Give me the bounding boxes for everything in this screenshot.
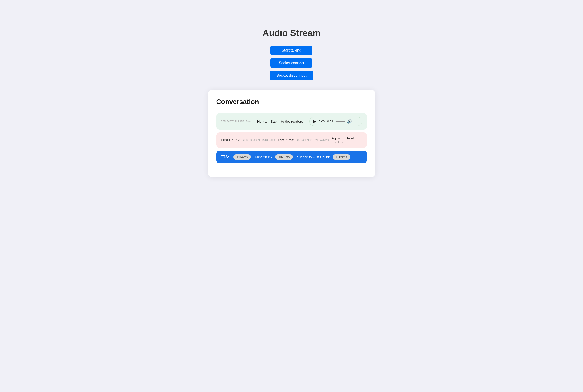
agent-row-inner: First Chunk: 403.63383293151855ms Total … xyxy=(221,136,362,144)
volume-button[interactable]: 🔊 xyxy=(347,119,352,124)
first-chunk-label: First Chunk: xyxy=(221,138,241,142)
action-buttons: Start talking Socket connect Socket disc… xyxy=(270,46,313,80)
socket-connect-button[interactable]: Socket connect xyxy=(270,58,312,68)
audio-player: ▶ 0:00 / 0:01 🔊 ⋮ xyxy=(309,117,362,126)
total-time-label: Total time: xyxy=(278,138,294,142)
human-timestamp: 565.7477378845215ms xyxy=(221,120,254,123)
socket-disconnect-button[interactable]: Socket disconnect xyxy=(270,71,313,80)
tts-first-chunk-label: First Chunk: xyxy=(255,155,273,159)
page-title: Audio Stream xyxy=(262,28,321,38)
total-time-value: 455.49893379211426ms xyxy=(297,138,329,142)
tts-row: TTS: 1164ms First Chunk: 1023ms Silence … xyxy=(216,150,367,163)
conversation-card: Conversation 565.7477378845215ms Human: … xyxy=(208,90,375,177)
first-chunk-value: 403.63383293151855ms xyxy=(243,138,275,142)
tts-first-chunk-section: First Chunk: 1023ms xyxy=(255,154,293,160)
tts-row-inner: TTS: 1164ms First Chunk: 1023ms Silence … xyxy=(221,154,362,160)
tts-label: TTS: xyxy=(221,155,229,159)
play-button[interactable]: ▶ xyxy=(313,119,316,124)
agent-message-row: First Chunk: 403.63383293151855ms Total … xyxy=(216,132,367,148)
tts-first-chunk-badge: 1023ms xyxy=(275,154,293,160)
conversation-title: Conversation xyxy=(216,98,367,106)
start-talking-button[interactable]: Start talking xyxy=(270,46,312,55)
human-message-row: 565.7477378845215ms Human: Say hi to the… xyxy=(216,113,367,130)
agent-message-text: Agent: Hi to all the readers! xyxy=(332,136,362,144)
tts-silence-label: Silence to First Chunk: xyxy=(297,155,331,159)
tts-silence-section: Silence to First Chunk: 1589ms xyxy=(297,154,350,160)
tts-value-badge: 1164ms xyxy=(233,154,251,160)
human-message-text: Human: Say hi to the readers xyxy=(257,120,306,124)
audio-progress-bar xyxy=(336,121,345,122)
tts-silence-badge: 1589ms xyxy=(332,154,350,160)
audio-time: 0:00 / 0:01 xyxy=(319,120,333,123)
audio-more-button[interactable]: ⋮ xyxy=(354,119,358,124)
